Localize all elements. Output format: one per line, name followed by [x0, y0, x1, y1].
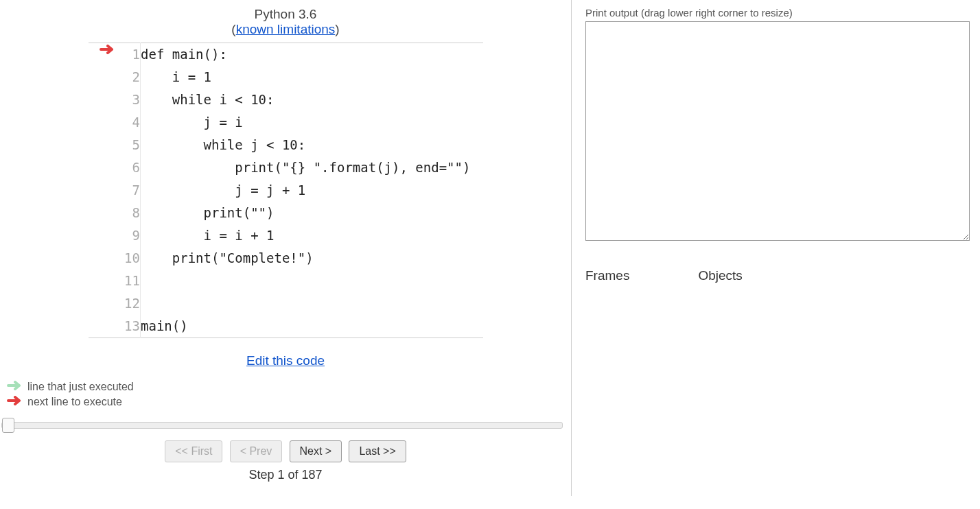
known-limitations-link[interactable]: known limitations	[236, 22, 336, 36]
code-row: 12	[89, 292, 483, 315]
current-line-arrow-icon	[100, 45, 116, 56]
code-line: print("")	[141, 202, 483, 224]
code-row: 6 print("{} ".format(j), end="")	[89, 156, 483, 179]
step-counter: Step 1 of 187	[0, 468, 571, 482]
arrow-cell	[89, 315, 116, 338]
legend-next-text: next line to execute	[27, 396, 122, 408]
line-number: 10	[116, 247, 141, 270]
code-line: while j < 10:	[141, 134, 483, 156]
line-number: 3	[116, 88, 141, 111]
code-line: while i < 10:	[141, 88, 483, 111]
line-number: 9	[116, 224, 141, 247]
line-number: 4	[116, 111, 141, 134]
arrow-cell	[89, 247, 116, 270]
line-number: 7	[116, 179, 141, 202]
code-row: 8 print("")	[89, 202, 483, 224]
edit-code-link[interactable]: Edit this code	[246, 353, 325, 368]
step-slider[interactable]	[1, 422, 563, 429]
first-button[interactable]: << First	[165, 440, 222, 462]
code-line: def main():	[141, 43, 483, 67]
code-listing: 1def main():2 i = 13 while i < 10:4 j = …	[89, 43, 483, 338]
arrow-cell	[89, 66, 116, 88]
code-row: 9 i = i + 1	[89, 224, 483, 247]
code-row: 4 j = i	[89, 111, 483, 134]
line-number: 8	[116, 202, 141, 224]
line-number: 2	[116, 66, 141, 88]
line-number: 6	[116, 156, 141, 179]
arrow-legend: line that just executed next line to exe…	[7, 381, 571, 408]
output-label: Print output (drag lower right corner to…	[585, 7, 970, 19]
code-line: main()	[141, 315, 483, 338]
code-row: 5 while j < 10:	[89, 134, 483, 156]
code-row: 11	[89, 270, 483, 292]
next-button[interactable]: Next >	[290, 440, 342, 462]
arrow-cell	[89, 88, 116, 111]
code-line: i = i + 1	[141, 224, 483, 247]
prev-button[interactable]: < Prev	[230, 440, 283, 462]
line-number: 12	[116, 292, 141, 315]
arrow-cell	[89, 202, 116, 224]
code-row: 7 j = j + 1	[89, 179, 483, 202]
legend-executed-text: line that just executed	[27, 381, 134, 393]
arrow-cell	[89, 111, 116, 134]
line-number: 5	[116, 134, 141, 156]
last-button[interactable]: Last >>	[349, 440, 406, 462]
next-arrow-icon	[7, 396, 23, 408]
code-row: 3 while i < 10:	[89, 88, 483, 111]
arrow-cell	[89, 134, 116, 156]
code-line: print("Complete!")	[141, 247, 483, 270]
arrow-cell	[89, 292, 116, 315]
code-line: i = 1	[141, 66, 483, 88]
line-number: 1	[116, 43, 141, 67]
arrow-cell	[89, 179, 116, 202]
language-header: Python 3.6 (known limitations)	[0, 7, 571, 37]
code-row: 1def main():	[89, 43, 483, 67]
executed-arrow-icon	[7, 381, 23, 393]
code-row: 13main()	[89, 315, 483, 338]
objects-heading: Objects	[698, 268, 742, 283]
code-line: print("{} ".format(j), end="")	[141, 156, 483, 179]
code-line: j = i	[141, 111, 483, 134]
code-line: j = j + 1	[141, 179, 483, 202]
frames-heading: Frames	[585, 268, 629, 283]
output-box[interactable]	[585, 21, 970, 241]
arrow-cell	[89, 270, 116, 292]
code-line	[141, 270, 483, 292]
line-number: 11	[116, 270, 141, 292]
arrow-cell	[89, 224, 116, 247]
arrow-cell	[89, 43, 116, 67]
language-name: Python 3.6	[255, 7, 317, 21]
step-controls: << First < Prev Next > Last >>	[0, 440, 571, 462]
code-row: 10 print("Complete!")	[89, 247, 483, 270]
code-line	[141, 292, 483, 315]
arrow-cell	[89, 156, 116, 179]
code-row: 2 i = 1	[89, 66, 483, 88]
line-number: 13	[116, 315, 141, 338]
